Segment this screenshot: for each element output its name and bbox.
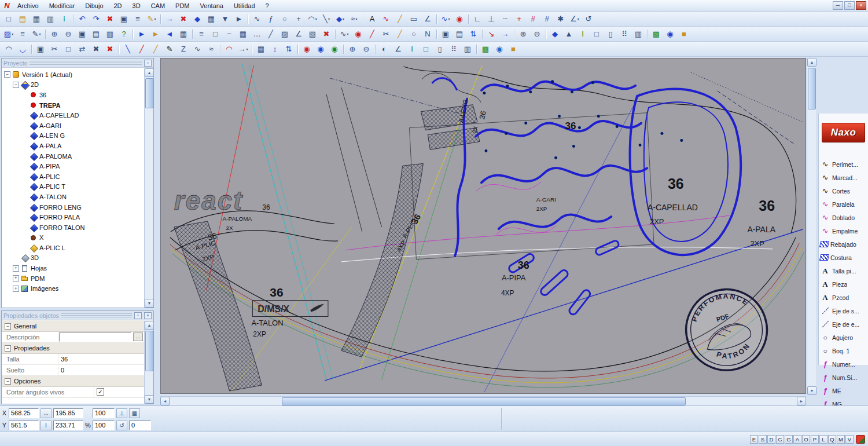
curve-edit-icon[interactable]: ∿▾ [337, 28, 351, 41]
scroll-right-icon[interactable]: ► [797, 397, 806, 405]
tree-item-trepa[interactable]: TREPA [2, 100, 144, 111]
tool-agujero[interactable]: Agujero [819, 331, 868, 344]
package-tool-icon[interactable]: ■ [677, 28, 691, 41]
tool-marcad[interactable]: Marcad... [819, 171, 868, 184]
swap-arrows-icon[interactable]: ⇅ [466, 28, 480, 41]
play-back-icon[interactable]: ◄ [163, 28, 176, 41]
snap-toggle-g[interactable]: G [785, 435, 793, 444]
fill-color-icon[interactable]: ▨▾ [2, 28, 16, 41]
delete-icon[interactable]: ✖ [103, 13, 117, 25]
function-curve-icon[interactable]: ƒ [264, 13, 278, 25]
drawing-viewport[interactable]: react 36 D/MS/X A-TALON 2XP 36 A-PALOMA … [160, 58, 806, 394]
collapse-section-icon[interactable]: − [5, 378, 11, 385]
x-scale-field[interactable]: 100 [93, 408, 115, 418]
print-icon[interactable]: ▥ [43, 13, 57, 25]
vertical-arrows-icon[interactable]: ↕ [268, 43, 282, 56]
arc-nw-icon[interactable]: ◡ [16, 43, 30, 56]
world-icon[interactable]: ◉ [492, 43, 506, 56]
tool-paralela[interactable]: Paralela [819, 198, 868, 211]
dock-panel-icon[interactable]: ▫ [134, 312, 142, 319]
hatch-fill-alt-icon[interactable]: ▧ [306, 28, 319, 41]
tree-item-forro-leng[interactable]: FORRO LENG [2, 202, 144, 213]
swap-icon[interactable]: ⇄ [75, 43, 89, 56]
canvas-horizontal-scrollbar[interactable]: ◄ ► [160, 396, 806, 405]
snap-toggle-l[interactable]: L [819, 435, 827, 444]
tree-scrollbar[interactable]: ▲ ▼ [144, 68, 153, 308]
highlighter-icon[interactable]: ✎▾ [145, 13, 159, 25]
globe-tool-icon[interactable]: ◉ [663, 28, 677, 41]
tree-item-hojas[interactable]: +Hojas [2, 263, 144, 273]
hatch-piece-icon[interactable]: ▤ [453, 28, 466, 41]
snap-toggle-c[interactable]: C [776, 435, 784, 444]
scroll-thumb[interactable] [282, 397, 686, 405]
tree-item-a-plic-l[interactable]: A-PLIC L [2, 243, 144, 253]
copy-entity-icon[interactable]: ▣ [117, 13, 131, 25]
grid-snap-icon[interactable]: ▦ [129, 408, 140, 418]
arc-ne-icon[interactable]: ◠ [2, 43, 16, 56]
tool-me[interactable]: ME [819, 384, 868, 397]
arrow-curve-icon[interactable]: →▾ [236, 43, 250, 56]
checkbox[interactable]: ✓ [97, 388, 104, 396]
select-arrow-icon[interactable]: ► [232, 13, 246, 25]
pen-style-icon[interactable]: ✎▾ [30, 28, 43, 41]
canvas-vertical-scrollbar[interactable]: ▲ ▼ [807, 58, 816, 395]
spline-tool-icon[interactable]: ≈▾ [347, 13, 361, 25]
snap-toggle-q[interactable]: Q [828, 435, 836, 444]
menu-utilidad[interactable]: Utilidad [229, 1, 260, 11]
tree-item-a-plic[interactable]: A-PLIC [2, 171, 144, 182]
delete-red-icon[interactable]: ✖ [103, 43, 117, 56]
open-file-icon[interactable]: ▤ [16, 13, 30, 25]
vertical-measure-icon[interactable]: I [41, 421, 52, 430]
point-cross-icon[interactable]: + [292, 13, 306, 25]
tree-item-a-paloma[interactable]: A-PALOMA [2, 151, 144, 162]
scroll-thumb[interactable] [145, 78, 153, 108]
collapse-section-icon[interactable]: − [5, 345, 11, 352]
wave-tool-icon[interactable]: ∿▾ [439, 13, 453, 25]
dash-line-icon[interactable]: ┄ [498, 13, 512, 25]
property-value-field[interactable]: 0 [58, 365, 144, 375]
tool-empalme[interactable]: Empalme [819, 224, 868, 237]
rotate-reset-icon[interactable]: ↺ [116, 421, 127, 430]
expand-icon[interactable]: + [13, 286, 19, 292]
redo-icon[interactable]: ↷ [89, 13, 103, 25]
tree-item-a-pipa[interactable]: A-PIPA [2, 161, 144, 171]
pin-blue-icon[interactable]: ◉ [314, 43, 328, 56]
zoom-in-icon[interactable]: ⊕ [47, 28, 61, 41]
rectangle-tool-icon[interactable]: ▭ [407, 13, 421, 25]
horizontal-measure-icon[interactable]: ↔ [41, 408, 52, 418]
print-preview-icon[interactable]: ▥ [103, 28, 117, 41]
circle-tool-icon[interactable]: ○ [278, 13, 292, 25]
window-tool-icon[interactable]: □ [590, 28, 604, 41]
tool-pzcod[interactable]: Pzcod [819, 291, 868, 304]
scroll-down-icon[interactable]: ▼ [807, 386, 816, 395]
menu-list-icon[interactable]: ≡ [194, 28, 208, 41]
link-entity-icon[interactable]: → [498, 28, 512, 41]
snap-target-icon[interactable]: ◉ [453, 13, 466, 25]
zoom-plus-icon[interactable]: ⊕ [516, 28, 530, 41]
tree-item-36[interactable]: 36 [2, 90, 144, 100]
y-coordinate-field[interactable]: 561.5 [9, 421, 39, 430]
tree-item-pdm[interactable]: +PDM [2, 273, 144, 284]
zoom-minus-icon[interactable]: ⊖ [530, 28, 544, 41]
menu-pdm[interactable]: PDM [170, 1, 194, 11]
image-tool-icon[interactable]: ▩ [649, 28, 663, 41]
printer-small-icon[interactable]: ▥ [461, 43, 475, 56]
slash-tool-icon[interactable]: ╱ [264, 28, 278, 41]
y-delta-field[interactable]: 233.71 [53, 421, 83, 430]
hash-tool-icon[interactable]: # [540, 13, 554, 25]
snap-toggle-m[interactable]: M [837, 435, 845, 444]
dock-panel-icon[interactable]: ▫ [144, 60, 152, 67]
half-circle-icon[interactable]: ◐ [377, 43, 391, 56]
tree-item-a-plic-t[interactable]: A-PLIC T [2, 182, 144, 192]
drawing-canvas[interactable]: react 36 D/MS/X A-TALON 2XP 36 A-PALOMA … [161, 59, 806, 393]
perpendicular-snap-icon[interactable]: ⊥ [116, 408, 127, 418]
x-delta-field[interactable]: 195.85 [53, 408, 83, 418]
wave-double-icon[interactable]: ≈ [204, 43, 218, 56]
erase-icon[interactable]: ✖ [176, 13, 190, 25]
x-coordinate-field[interactable]: 568.25 [9, 408, 39, 418]
perpendicular-tool-icon[interactable]: ⊥ [484, 13, 498, 25]
beam-tool-icon[interactable]: I [576, 28, 590, 41]
corner-tool-icon[interactable]: ∟ [470, 13, 484, 25]
move-entity-icon[interactable]: → [163, 13, 176, 25]
zoom-area-icon[interactable]: ⊕ [345, 43, 359, 56]
